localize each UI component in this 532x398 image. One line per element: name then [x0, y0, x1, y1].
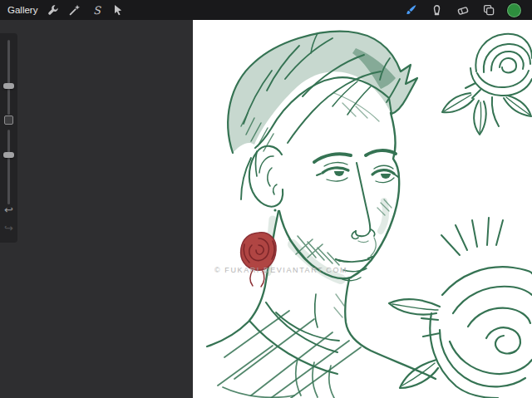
opacity-slider-handle[interactable]: [3, 152, 14, 158]
selection-button[interactable]: S: [86, 0, 107, 20]
modify-button[interactable]: [4, 115, 13, 125]
artwork-sketch: [193, 20, 532, 398]
brush-size-slider-track[interactable]: [7, 40, 10, 115]
magic-wand-icon: [68, 3, 81, 17]
brush-size-slider-handle[interactable]: [3, 83, 14, 89]
selection-s-icon: S: [93, 5, 101, 16]
gallery-button[interactable]: Gallery: [0, 0, 42, 20]
layers-icon: [482, 3, 495, 17]
smudge-finger-icon: [431, 4, 443, 17]
adjustments-button[interactable]: [64, 0, 86, 20]
drawing-canvas[interactable]: © FUKARI.DEVIANTART.COM: [193, 20, 532, 398]
brush-sidebar: ↩ ↪: [0, 33, 17, 243]
color-button[interactable]: [501, 0, 527, 20]
transform-button[interactable]: [107, 0, 129, 20]
deviantart-watermark: © FUKARI.DEVIANTART.COM: [214, 266, 347, 274]
paint-tool-group: [398, 0, 532, 20]
eraser-icon: [456, 3, 470, 17]
brush-icon: [404, 3, 418, 17]
redo-button[interactable]: ↪: [0, 223, 17, 234]
layers-button[interactable]: [475, 0, 501, 20]
wrench-icon: [47, 3, 60, 17]
transform-cursor-icon: [111, 3, 125, 17]
brush-button[interactable]: [398, 0, 424, 20]
color-swatch-circle: [507, 3, 521, 17]
smudge-button[interactable]: [424, 0, 450, 20]
undo-button[interactable]: ↩: [0, 204, 17, 216]
eraser-button[interactable]: [450, 0, 475, 20]
top-toolbar: Gallery S: [0, 0, 532, 20]
opacity-slider-track[interactable]: [7, 130, 10, 204]
actions-button[interactable]: [42, 0, 64, 20]
